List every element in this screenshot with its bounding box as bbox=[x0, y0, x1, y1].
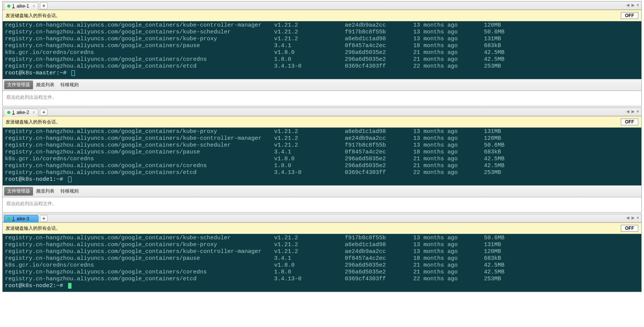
col-repository: registry.cn-hangzhou.aliyuncs.com/google… bbox=[5, 149, 274, 156]
col-created: 21 months ago bbox=[413, 163, 484, 169]
col-image-id: 296a6d5035e2 bbox=[345, 56, 413, 63]
col-created: 21 months ago bbox=[413, 262, 484, 269]
col-tag: v1.21.2 bbox=[274, 242, 345, 248]
tab-nav-left-icon[interactable]: ◀ bbox=[625, 3, 630, 8]
col-repository: registry.cn-hangzhou.aliyuncs.com/google… bbox=[5, 235, 274, 242]
broadcast-off-button[interactable]: OFF bbox=[621, 118, 638, 125]
prompt-line[interactable]: root@k8s-node1:~# bbox=[5, 176, 639, 183]
col-tag: v1.21.2 bbox=[274, 29, 345, 36]
tab-nav-right-icon[interactable]: ▶ bbox=[631, 109, 635, 114]
col-image-id: 296a6d5035e2 bbox=[345, 156, 413, 163]
terminal-pane: 1 aike-2×+◀▶▾发送键盘输入的所有会话。OFFregistry.cn-… bbox=[2, 107, 642, 213]
status-dot-icon bbox=[7, 111, 10, 114]
col-tag: v1.21.2 bbox=[274, 128, 345, 135]
col-size: 50.6MB bbox=[484, 29, 504, 36]
tab-nav-menu-icon[interactable]: ▾ bbox=[636, 109, 640, 114]
image-row: registry.cn-hangzhou.aliyuncs.com/google… bbox=[5, 255, 639, 262]
bottom-tab-bar: 文件管理器频道列表转移规则 bbox=[3, 79, 641, 91]
col-created: 22 months ago bbox=[413, 276, 484, 283]
col-tag: 1.8.0 bbox=[274, 163, 345, 169]
session-tab[interactable]: 1 aike-2× bbox=[4, 109, 38, 116]
image-row: registry.cn-hangzhou.aliyuncs.com/google… bbox=[5, 169, 639, 176]
col-created: 13 months ago bbox=[413, 36, 484, 43]
add-tab-button[interactable]: + bbox=[40, 2, 48, 9]
col-tag: v1.21.2 bbox=[274, 22, 345, 29]
terminal-output[interactable]: registry.cn-hangzhou.aliyuncs.com/google… bbox=[3, 234, 641, 292]
image-row: registry.cn-hangzhou.aliyuncs.com/google… bbox=[5, 142, 639, 149]
col-image-id: 296a6d5035e2 bbox=[345, 262, 413, 269]
image-row: registry.cn-hangzhou.aliyuncs.com/google… bbox=[5, 29, 639, 36]
col-tag: 3.4.1 bbox=[274, 149, 345, 156]
col-repository: registry.cn-hangzhou.aliyuncs.com/google… bbox=[5, 56, 274, 63]
prompt-line[interactable]: root@k8s-master:~# bbox=[5, 70, 639, 77]
tab-label: aike-1 bbox=[17, 3, 29, 9]
image-row: registry.cn-hangzhou.aliyuncs.com/google… bbox=[5, 63, 639, 70]
tab-nav-right-icon[interactable]: ▶ bbox=[631, 3, 635, 8]
image-row: registry.cn-hangzhou.aliyuncs.com/google… bbox=[5, 43, 639, 49]
col-size: 42.5MB bbox=[484, 49, 504, 56]
prompt-line[interactable]: root@k8s-node2:~# bbox=[5, 283, 639, 289]
col-repository: registry.cn-hangzhou.aliyuncs.com/google… bbox=[5, 135, 274, 142]
col-created: 21 months ago bbox=[413, 269, 484, 276]
col-image-id: 0369cf4303ff bbox=[345, 169, 413, 176]
bottom-tab[interactable]: 频道列表 bbox=[33, 187, 57, 196]
col-image-id: f917b8c8f55b bbox=[345, 142, 413, 149]
col-size: 253MB bbox=[484, 169, 501, 176]
col-size: 50.6MB bbox=[484, 142, 504, 149]
add-tab-button[interactable]: + bbox=[40, 109, 48, 115]
bottom-tab[interactable]: 转移规则 bbox=[57, 81, 82, 89]
col-size: 683kB bbox=[484, 149, 501, 156]
shell-prompt: root@k8s-master:~# bbox=[5, 70, 70, 76]
col-size: 50.6MB bbox=[484, 235, 504, 242]
col-created: 13 months ago bbox=[413, 128, 484, 135]
file-panel-placeholder[interactable]: 双击此处列出远程文件。 bbox=[3, 91, 641, 106]
tab-nav-left-icon[interactable]: ◀ bbox=[625, 215, 630, 220]
close-icon[interactable]: × bbox=[32, 3, 35, 9]
tab-nav-right-icon[interactable]: ▶ bbox=[631, 215, 635, 220]
col-created: 13 months ago bbox=[413, 248, 484, 255]
col-image-id: a6ebd1c1ad98 bbox=[345, 36, 413, 43]
session-tab[interactable]: 1 aike-1× bbox=[4, 2, 38, 10]
terminal-output[interactable]: registry.cn-hangzhou.aliyuncs.com/google… bbox=[3, 21, 641, 79]
col-size: 120MB bbox=[484, 135, 501, 142]
col-tag: v1.21.2 bbox=[274, 36, 345, 43]
col-repository: registry.cn-hangzhou.aliyuncs.com/google… bbox=[5, 22, 274, 29]
col-image-id: 296a6d5035e2 bbox=[345, 163, 413, 169]
broadcast-off-button[interactable]: OFF bbox=[621, 12, 638, 19]
tab-label: aike-3 bbox=[17, 216, 29, 221]
col-tag: v1.21.2 bbox=[274, 135, 345, 142]
col-repository: k8s.gcr.io/coredns/coredns bbox=[5, 156, 274, 163]
col-repository: registry.cn-hangzhou.aliyuncs.com/google… bbox=[5, 63, 274, 70]
bottom-tab[interactable]: 文件管理器 bbox=[4, 81, 33, 89]
file-panel-placeholder[interactable]: 双击此处列出远程文件。 bbox=[3, 197, 641, 212]
col-image-id: 0369cf4303ff bbox=[345, 63, 413, 70]
bottom-tab[interactable]: 频道列表 bbox=[33, 81, 57, 89]
bottom-tab[interactable]: 文件管理器 bbox=[4, 187, 33, 196]
terminal-output[interactable]: registry.cn-hangzhou.aliyuncs.com/google… bbox=[3, 128, 641, 185]
shell-prompt: root@k8s-node1:~# bbox=[5, 176, 67, 183]
col-tag: v1.21.2 bbox=[274, 142, 345, 149]
shell-prompt: root@k8s-node2:~# bbox=[5, 283, 67, 289]
close-icon[interactable]: × bbox=[32, 216, 35, 221]
image-row: k8s.gcr.io/coredns/corednsv1.8.0296a6d50… bbox=[5, 49, 639, 56]
col-size: 683kB bbox=[484, 255, 501, 262]
col-image-id: f917b8c8f55b bbox=[345, 235, 413, 242]
broadcast-banner: 发送键盘输入的所有会话。OFF bbox=[3, 116, 641, 128]
session-tab[interactable]: 1 aike-3× bbox=[4, 215, 38, 223]
tab-label: aike-2 bbox=[17, 110, 29, 115]
tab-nav-left-icon[interactable]: ◀ bbox=[625, 109, 630, 114]
close-icon[interactable]: × bbox=[32, 110, 35, 115]
add-tab-button[interactable]: + bbox=[40, 215, 48, 222]
col-tag: v1.8.0 bbox=[274, 156, 345, 163]
broadcast-off-button[interactable]: OFF bbox=[621, 225, 638, 232]
bottom-tab[interactable]: 转移规则 bbox=[57, 187, 82, 196]
terminal-pane: 1 aike-1×+◀▶▾发送键盘输入的所有会话。OFFregistry.cn-… bbox=[2, 1, 642, 106]
col-created: 18 months ago bbox=[413, 255, 484, 262]
image-row: registry.cn-hangzhou.aliyuncs.com/google… bbox=[5, 163, 639, 169]
tab-nav-menu-icon[interactable]: ▾ bbox=[636, 3, 640, 8]
broadcast-banner: 发送键盘输入的所有会话。OFF bbox=[3, 10, 641, 21]
banner-text: 发送键盘输入的所有会话。 bbox=[6, 13, 60, 19]
col-repository: registry.cn-hangzhou.aliyuncs.com/google… bbox=[5, 36, 274, 43]
col-size: 131MB bbox=[484, 36, 501, 43]
tab-nav-menu-icon[interactable]: ▾ bbox=[636, 215, 640, 220]
